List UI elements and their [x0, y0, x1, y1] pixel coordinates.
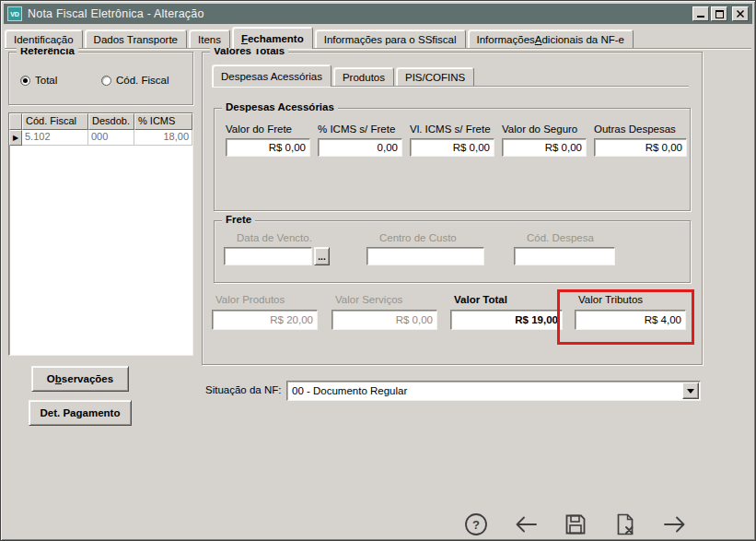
- minimize-button[interactable]: [692, 6, 709, 21]
- titlebar: VD Nota Fiscal Eletrônica - Alteração: [4, 4, 752, 24]
- valor-seguro-label: Valor do Seguro: [502, 123, 587, 136]
- combo-dropdown-button[interactable]: [682, 382, 699, 399]
- centro-custo-field: Centro de Custo: [366, 232, 486, 265]
- radio-cod-fiscal[interactable]: Cód. Fiscal: [101, 75, 169, 86]
- cell-cod-fiscal: 5.102: [22, 130, 88, 146]
- valor-servicos-field: Valor Serviços: [331, 294, 437, 330]
- cod-despesa-field: Cód. Despesa: [514, 232, 617, 265]
- despesas-acessorias-title: Despesas Acessórias: [222, 101, 338, 112]
- data-vencto-ellipsis-button[interactable]: ...: [314, 247, 330, 265]
- outras-despesas-label: Outras Despesas: [594, 123, 687, 136]
- tab-fechamento[interactable]: Fechamento: [232, 27, 313, 49]
- vl-icms-frete-input[interactable]: [410, 138, 494, 157]
- app-icon: VD: [7, 6, 22, 21]
- subtab-produtos[interactable]: Produtos: [333, 67, 394, 86]
- valor-tributos-label: Valor Tributos: [575, 294, 686, 307]
- situacao-nf-label: Situação da NF:: [205, 384, 281, 395]
- valor-frete-label: Valor do Frete: [226, 123, 310, 136]
- close-icon: [736, 9, 745, 18]
- valor-frete-field: Valor do Frete: [226, 123, 310, 157]
- valor-produtos-label: Valor Produtos: [212, 294, 318, 307]
- help-button[interactable]: ?: [463, 512, 489, 537]
- data-vencto-field: Data de Vencto. ...: [224, 232, 332, 265]
- valor-servicos-input[interactable]: [331, 310, 437, 330]
- tab-itens[interactable]: Itens: [189, 29, 230, 48]
- tab-informacoes-adicionais-nfe[interactable]: Informações Adicionais da NF-e: [468, 29, 634, 48]
- centro-custo-label: Centro de Custo: [379, 232, 486, 245]
- valor-servicos-label: Valor Serviços: [331, 294, 437, 307]
- main-tabstrip: Identificação Dados Transporte Itens Fec…: [5, 27, 751, 49]
- vl-icms-frete-label: Vl. ICMS s/ Frete: [410, 123, 494, 136]
- back-button[interactable]: [513, 512, 539, 537]
- centro-custo-input[interactable]: [366, 247, 484, 265]
- referencia-group: Referência Total Cód. Fiscal: [8, 52, 193, 105]
- valor-produtos-field: Valor Produtos: [212, 294, 318, 330]
- save-icon: [563, 512, 588, 537]
- tab-dados-transporte[interactable]: Dados Transporte: [85, 29, 187, 48]
- cell-icms: 18,00: [134, 130, 192, 146]
- outras-despesas-input[interactable]: [594, 138, 687, 157]
- maximize-button[interactable]: [711, 6, 727, 21]
- radio-total-label: Total: [35, 75, 57, 86]
- det-pagamento-button[interactable]: Det. Pagamento: [29, 400, 132, 426]
- valor-produtos-input[interactable]: [212, 310, 318, 330]
- forward-arrow-icon: [662, 512, 688, 537]
- situacao-nf-combobox[interactable]: 00 - Documento Regular: [286, 381, 701, 401]
- items-grid[interactable]: Cód. Fiscal Desdob. % ICMS ▶ 5.102 000 1…: [8, 112, 193, 356]
- window-title: Nota Fiscal Eletrônica - Alteração: [28, 7, 204, 20]
- forward-button[interactable]: [662, 512, 688, 537]
- titlebar-buttons: [692, 6, 749, 21]
- valor-total-input[interactable]: [450, 310, 563, 330]
- valor-total-label: Valor Total: [450, 294, 563, 307]
- valor-seguro-input[interactable]: [502, 138, 587, 157]
- save-button[interactable]: [563, 512, 588, 537]
- subtab-pis-cofins[interactable]: PIS/COFINS: [396, 67, 474, 86]
- valor-frete-input[interactable]: [226, 138, 310, 157]
- maximize-icon: [715, 10, 724, 18]
- grid-header-desdob: Desdob.: [88, 113, 134, 130]
- dropdown-arrow-icon: [687, 389, 694, 394]
- nota-fiscal-window: VD Nota Fiscal Eletrônica - Alteração Id…: [0, 0, 756, 541]
- radio-total[interactable]: Total: [20, 75, 57, 86]
- radio-selected-icon: [20, 76, 30, 86]
- valor-tributos-input[interactable]: [575, 310, 686, 330]
- grid-row[interactable]: ▶ 5.102 000 18,00: [9, 130, 192, 146]
- document-cancel-icon: [612, 512, 638, 537]
- bottom-toolbar: ?: [463, 512, 688, 537]
- close-button[interactable]: [732, 6, 749, 21]
- outras-despesas-field: Outras Despesas: [594, 123, 687, 157]
- valor-total-field: Valor Total: [450, 294, 563, 330]
- observacoes-button[interactable]: Observações: [31, 366, 129, 392]
- pct-icms-frete-field: % ICMS s/ Frete: [318, 123, 402, 157]
- cancel-document-button[interactable]: [612, 512, 638, 537]
- row-indicator-icon: ▶: [13, 135, 18, 142]
- grid-header-icms: % ICMS: [134, 113, 192, 130]
- valor-seguro-field: Valor do Seguro: [502, 123, 587, 157]
- svg-text:?: ?: [472, 518, 480, 532]
- cod-despesa-label: Cód. Despesa: [527, 232, 617, 245]
- vl-icms-frete-field: Vl. ICMS s/ Frete: [410, 123, 494, 157]
- subtab-despesas-acessorias[interactable]: Despesas Acessórias: [212, 65, 331, 87]
- frete-group: Frete Data de Vencto. ... Centro de Cust…: [214, 220, 691, 283]
- pct-icms-frete-label: % ICMS s/ Frete: [318, 123, 402, 136]
- data-vencto-input[interactable]: [224, 247, 312, 265]
- valores-totais-group: Valores Totais Despesas Acessórias Produ…: [202, 52, 703, 365]
- back-arrow-icon: [513, 512, 539, 537]
- minimize-icon: [697, 16, 704, 18]
- valores-sub-tabstrip: Despesas Acessórias Produtos PIS/COFINS: [212, 64, 689, 87]
- help-icon: ?: [463, 512, 489, 537]
- grid-corner-cell: [9, 113, 22, 130]
- row-indicator-cell: ▶: [9, 130, 22, 146]
- situacao-nf-value: 00 - Documento Regular: [287, 385, 682, 396]
- valor-tributos-field: Valor Tributos: [575, 294, 686, 330]
- tab-informacoes-ssfiscal[interactable]: Informações para o SSfiscal: [315, 29, 466, 48]
- despesas-acessorias-group: Despesas Acessórias Valor do Frete % ICM…: [214, 108, 691, 211]
- frete-group-title: Frete: [222, 214, 255, 225]
- pct-icms-frete-input[interactable]: [318, 138, 402, 157]
- cod-despesa-input[interactable]: [514, 247, 615, 265]
- data-vencto-label: Data de Vencto.: [237, 232, 332, 245]
- radio-cod-fiscal-label: Cód. Fiscal: [116, 75, 169, 86]
- despesas-fields: Valor do Frete % ICMS s/ Frete Vl. ICMS …: [226, 123, 687, 157]
- tab-identificacao[interactable]: Identificação: [5, 29, 83, 48]
- items-grid-header: Cód. Fiscal Desdob. % ICMS: [9, 113, 192, 130]
